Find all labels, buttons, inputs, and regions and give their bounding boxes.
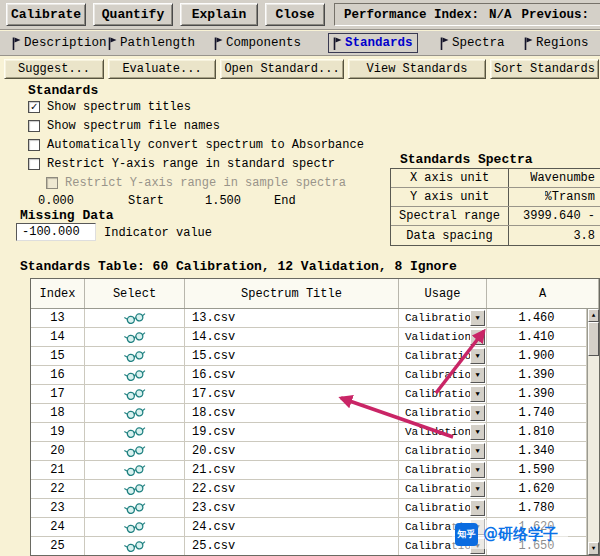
usage-value: Calibration bbox=[405, 502, 478, 514]
select-cell[interactable] bbox=[85, 328, 185, 346]
calibrate-button[interactable]: Calibrate bbox=[6, 3, 86, 26]
usage-cell: Calibration▼ bbox=[399, 309, 487, 327]
tab-standards[interactable]: Standards bbox=[328, 33, 418, 53]
table-row: 1818.csvCalibration▼1.740 bbox=[31, 404, 587, 423]
scroll-thumb[interactable] bbox=[588, 322, 599, 356]
select-cell[interactable] bbox=[85, 480, 185, 498]
spectrum-title-cell[interactable]: 23.csv bbox=[185, 499, 399, 517]
spectrum-title-cell[interactable]: 22.csv bbox=[185, 480, 399, 498]
scroll-down-button[interactable]: ▼ bbox=[588, 542, 599, 555]
checkbox-row: Automatically convert spectrum to Absorb… bbox=[28, 138, 364, 152]
select-cell[interactable] bbox=[85, 537, 185, 555]
table-row: 1616.csvCalibration▼1.390 bbox=[31, 366, 587, 385]
action-view-standards-button[interactable]: View Standards bbox=[348, 59, 486, 79]
usage-value: Validation bbox=[405, 331, 471, 343]
select-cell[interactable] bbox=[85, 423, 185, 441]
index-cell: 24 bbox=[31, 518, 85, 536]
spectrum-title-cell[interactable]: 25.csv bbox=[185, 537, 399, 555]
usage-dropdown-button[interactable]: ▼ bbox=[470, 424, 485, 440]
checkbox-label: Show spectrum titles bbox=[47, 100, 191, 114]
performance-index-value: N/A bbox=[489, 8, 512, 22]
tab-description[interactable]: Description bbox=[8, 33, 111, 53]
tab-spectra[interactable]: Spectra bbox=[436, 33, 509, 53]
checkbox[interactable] bbox=[28, 120, 40, 132]
tab-pathlength[interactable]: Pathlength bbox=[104, 33, 199, 53]
spectrum-title-cell[interactable]: 17.csv bbox=[185, 385, 399, 403]
select-cell[interactable] bbox=[85, 309, 185, 327]
close-button[interactable]: Close bbox=[265, 3, 325, 26]
select-cell[interactable] bbox=[85, 518, 185, 536]
standards-spectra-panel: X axis unitWavenumbeY axis unit%TransmSp… bbox=[390, 168, 600, 246]
watermark: 知乎 @研络学子 bbox=[452, 520, 568, 549]
usage-dropdown-button[interactable]: ▼ bbox=[470, 310, 485, 326]
action-open-standard-button[interactable]: Open Standard... bbox=[220, 59, 344, 79]
select-cell[interactable] bbox=[85, 347, 185, 365]
index-cell: 22 bbox=[31, 480, 85, 498]
standards-section-title: Standards bbox=[28, 83, 98, 98]
index-cell: 17 bbox=[31, 385, 85, 403]
usage-cell: Calibration▼ bbox=[399, 442, 487, 460]
spectrum-title-cell[interactable]: 19.csv bbox=[185, 423, 399, 441]
select-cell[interactable] bbox=[85, 385, 185, 403]
usage-cell: Calibration▼ bbox=[399, 499, 487, 517]
usage-dropdown-button[interactable]: ▼ bbox=[470, 405, 485, 421]
column-header-usage: Usage bbox=[399, 279, 487, 308]
spectrum-title-cell[interactable]: 21.csv bbox=[185, 461, 399, 479]
action-evaluate-button[interactable]: Evaluate... bbox=[108, 59, 216, 79]
spectrum-title-cell[interactable]: 24.csv bbox=[185, 518, 399, 536]
index-cell: 21 bbox=[31, 461, 85, 479]
range-end-value: 1.500 bbox=[205, 194, 241, 208]
select-cell[interactable] bbox=[85, 499, 185, 517]
usage-dropdown-button[interactable]: ▼ bbox=[470, 462, 485, 478]
select-cell[interactable] bbox=[85, 404, 185, 422]
usage-dropdown-button[interactable]: ▼ bbox=[470, 481, 485, 497]
glasses-icon bbox=[123, 539, 147, 553]
spectrum-title-cell[interactable]: 14.csv bbox=[185, 328, 399, 346]
usage-value: Calibration bbox=[405, 312, 478, 324]
checkbox[interactable] bbox=[28, 139, 40, 151]
checkbox[interactable]: ✓ bbox=[28, 101, 40, 113]
usage-dropdown-button[interactable]: ▼ bbox=[470, 329, 485, 345]
checkbox[interactable] bbox=[28, 158, 40, 170]
a-value-cell: 1.620 bbox=[487, 480, 587, 498]
tab-label: Pathlength bbox=[120, 36, 195, 50]
spectrum-title-cell[interactable]: 15.csv bbox=[185, 347, 399, 365]
missing-data-title: Missing Data bbox=[20, 208, 114, 223]
usage-dropdown-button[interactable]: ▼ bbox=[470, 443, 485, 459]
spectrum-title-cell[interactable]: 18.csv bbox=[185, 404, 399, 422]
top-toolbar: Calibrate Quantify Explain Close Perform… bbox=[0, 0, 600, 30]
select-cell[interactable] bbox=[85, 366, 185, 384]
chevron-down-icon: ▼ bbox=[475, 315, 479, 322]
indicator-value-field[interactable]: -100.000 bbox=[16, 223, 96, 241]
tab-components[interactable]: Components bbox=[210, 33, 305, 53]
table-scrollbar[interactable]: ▲ ▼ bbox=[587, 309, 599, 555]
spectrum-title-cell[interactable]: 13.csv bbox=[185, 309, 399, 327]
usage-dropdown-button[interactable]: ▼ bbox=[470, 500, 485, 516]
chevron-down-icon: ▼ bbox=[475, 391, 479, 398]
glasses-icon bbox=[123, 425, 147, 439]
a-value-cell: 1.390 bbox=[487, 385, 587, 403]
usage-dropdown-button[interactable]: ▼ bbox=[470, 348, 485, 364]
spectra-info-value: 3.8 bbox=[573, 226, 600, 245]
checkbox[interactable] bbox=[46, 177, 58, 189]
usage-dropdown-button[interactable]: ▼ bbox=[470, 386, 485, 402]
usage-dropdown-button[interactable]: ▼ bbox=[470, 367, 485, 383]
glasses-icon bbox=[123, 444, 147, 458]
select-cell[interactable] bbox=[85, 442, 185, 460]
spectrum-title-cell[interactable]: 20.csv bbox=[185, 442, 399, 460]
glasses-icon bbox=[123, 368, 147, 382]
select-cell[interactable] bbox=[85, 461, 185, 479]
spectrum-title-cell[interactable]: 16.csv bbox=[185, 366, 399, 384]
glasses-icon bbox=[123, 406, 147, 420]
checkbox-label: Restrict Y-axis range in standard spectr bbox=[47, 157, 335, 171]
tab-regions[interactable]: Regions bbox=[520, 33, 593, 53]
table-row: 1717.csvCalibration▼1.390 bbox=[31, 385, 587, 404]
action-sort-standards-button[interactable]: Sort Standards bbox=[490, 59, 599, 79]
tab-flag-icon bbox=[108, 37, 117, 50]
action-suggest-button[interactable]: Suggest... bbox=[4, 59, 104, 79]
tab-flag-icon bbox=[214, 37, 223, 50]
explain-button[interactable]: Explain bbox=[180, 3, 258, 26]
quantify-button[interactable]: Quantify bbox=[93, 3, 173, 26]
glasses-icon bbox=[123, 463, 147, 477]
scroll-up-button[interactable]: ▲ bbox=[588, 309, 599, 322]
